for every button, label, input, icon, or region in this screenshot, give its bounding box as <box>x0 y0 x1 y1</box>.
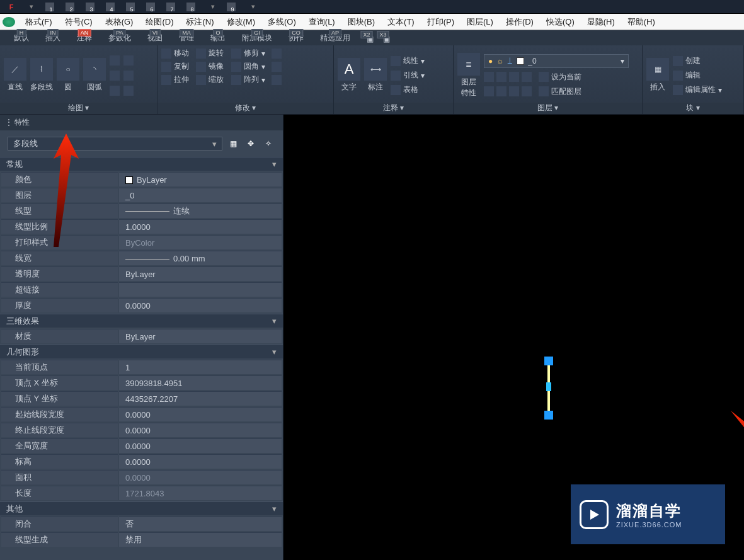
qat-6[interactable]: 6 <box>144 1 161 13</box>
props-select-objects-icon[interactable]: ✥ <box>244 137 258 151</box>
ribbon-title-layer[interactable]: 图层 ▾ <box>454 103 642 114</box>
ribbon-title-block[interactable]: 块 ▾ <box>643 103 743 114</box>
btn-move[interactable]: 移动 <box>174 48 189 59</box>
menu-help[interactable]: 帮助(H) <box>621 14 661 30</box>
grip-mid[interactable] <box>546 382 551 391</box>
leader-icon[interactable] <box>391 71 401 81</box>
tab-collab[interactable]: CO协作 <box>281 31 311 45</box>
btn-arc[interactable]: ◝圆弧 <box>83 48 106 103</box>
menu-text[interactable]: 文本(T) <box>381 14 421 30</box>
tb-dropdown-icon-3[interactable]: ▾ <box>244 1 262 13</box>
rotate-icon[interactable] <box>196 49 206 59</box>
qat-9[interactable]: 9 <box>224 1 242 13</box>
qat-4[interactable]: 4 <box>103 1 121 13</box>
prop-area-value[interactable]: 0.0000 <box>119 470 282 484</box>
matchlayer-icon[interactable] <box>539 86 549 96</box>
btn-scale[interactable]: 缩放 <box>209 74 224 85</box>
menu-symbol[interactable]: 符号(C) <box>59 14 99 30</box>
edit-icon[interactable] <box>673 71 683 81</box>
menu-layer[interactable]: 图层(L) <box>461 14 500 30</box>
layer-combo[interactable]: ● ☼ ⟘ _0 ▾ <box>484 54 629 68</box>
menu-app-icon[interactable] <box>3 17 15 27</box>
tab-x2[interactable]: X2▣ <box>359 33 374 45</box>
trim-icon[interactable] <box>231 49 241 59</box>
btn-rotate[interactable]: 旋转 <box>209 48 224 59</box>
btn-block-create[interactable]: 创建 <box>685 55 701 66</box>
layer-c2-icon[interactable] <box>496 86 506 96</box>
tab-manage[interactable]: MA管理 <box>171 31 202 45</box>
editattr-icon[interactable] <box>673 85 683 95</box>
btn-mirror[interactable]: 镜像 <box>209 61 224 72</box>
tab-x3[interactable]: X3▣ <box>375 33 391 45</box>
btn-dimension[interactable]: ⟷标注 <box>364 48 387 103</box>
btn-linear[interactable]: 线性 <box>403 55 418 66</box>
app-icon[interactable]: F <box>3 1 20 13</box>
tab-insert[interactable]: IN插入 <box>38 31 68 45</box>
prop-globalw-value[interactable]: 0.0000 <box>119 438 282 453</box>
tab-parametric[interactable]: PA参数化 <box>101 31 139 45</box>
tab-output[interactable]: O输出 <box>203 31 233 45</box>
layer-c3-icon[interactable] <box>509 86 519 96</box>
move-icon[interactable] <box>161 49 171 59</box>
menu-format[interactable]: 格式(F) <box>19 14 59 30</box>
qat-3[interactable]: 3 <box>83 1 101 13</box>
btn-stretch[interactable]: 拉伸 <box>174 74 189 85</box>
prop-lineweight-value[interactable]: 0.00 mm <box>119 251 282 265</box>
layer-b1-icon[interactable] <box>484 72 494 82</box>
draw-extra-6-icon[interactable] <box>123 86 134 96</box>
prop-plotstyle-value[interactable]: ByColor <box>119 235 282 249</box>
btn-block-edit[interactable]: 编辑 <box>685 70 701 81</box>
mod-ex-3-icon[interactable] <box>272 75 282 85</box>
prop-vy-value[interactable]: 4435267.2207 <box>119 391 282 406</box>
table-icon[interactable] <box>391 85 401 95</box>
btn-trim[interactable]: 修剪 <box>244 48 259 59</box>
menu-operation[interactable]: 操作(D) <box>500 14 540 30</box>
btn-array[interactable]: 阵列 <box>244 74 259 85</box>
qat-5[interactable]: 5 <box>123 1 141 13</box>
fillet-icon[interactable] <box>231 62 241 72</box>
prop-endw-value[interactable]: 0.0000 <box>119 423 282 437</box>
ribbon-title-modify[interactable]: 修改 ▾ <box>157 103 333 114</box>
prop-vertex-value[interactable]: 1 <box>119 360 282 374</box>
btn-set-current[interactable]: 设为当前 <box>551 72 581 83</box>
prop-hyperlink-value[interactable] <box>119 282 282 297</box>
btn-table[interactable]: 表格 <box>403 84 418 95</box>
tab-view[interactable]: VI视图 <box>140 31 170 45</box>
prop-linetype-value[interactable]: 连续 <box>119 203 282 218</box>
menu-mline[interactable]: 多线(O) <box>261 14 302 30</box>
prop-ltscale-value[interactable]: 1.0000 <box>119 219 282 234</box>
grip-end[interactable] <box>544 411 553 420</box>
layer-c4-icon[interactable] <box>522 86 532 96</box>
btn-fillet[interactable]: 圆角 <box>244 61 259 72</box>
copy-icon[interactable] <box>161 62 171 72</box>
draw-extra-4-icon[interactable] <box>123 55 134 66</box>
draw-extra-1-icon[interactable] <box>110 55 120 66</box>
tb-dropdown-icon-2[interactable]: ▾ <box>204 1 222 13</box>
qat-7[interactable]: 7 <box>164 1 181 13</box>
btn-circle[interactable]: ○圆 <box>57 48 79 103</box>
menu-query[interactable]: 查询(L) <box>302 14 341 30</box>
props-quick-select-icon[interactable]: ✧ <box>261 137 275 151</box>
draw-extra-3-icon[interactable] <box>110 86 120 96</box>
btn-match-layer[interactable]: 匹配图层 <box>551 86 581 97</box>
menu-draw[interactable]: 绘图(D) <box>139 14 180 30</box>
scale-icon[interactable] <box>196 75 206 85</box>
draw-extra-2-icon[interactable] <box>110 71 120 81</box>
layer-b3-icon[interactable] <box>509 72 519 82</box>
stretch-icon[interactable] <box>161 75 171 85</box>
setcurrent-icon[interactable] <box>539 72 549 82</box>
layer-b2-icon[interactable] <box>496 72 506 82</box>
create-icon[interactable] <box>673 56 683 66</box>
prop-vx-value[interactable]: 39093818.4951 <box>119 375 282 390</box>
layer-c1-icon[interactable] <box>484 86 494 96</box>
tab-featured[interactable]: AP精选应用 <box>312 31 358 45</box>
tab-default[interactable]: H默认 <box>6 31 37 45</box>
qat-8[interactable]: 8 <box>184 1 202 13</box>
btn-line[interactable]: ／直线 <box>4 48 26 103</box>
mirror-icon[interactable] <box>196 62 206 72</box>
prop-color-value[interactable]: ByLayer <box>119 172 282 186</box>
draw-extra-5-icon[interactable] <box>123 71 134 81</box>
menu-table[interactable]: 表格(G) <box>99 14 140 30</box>
prop-length-value[interactable]: 1721.8043 <box>119 486 282 500</box>
menu-block[interactable]: 图块(B) <box>341 14 381 30</box>
